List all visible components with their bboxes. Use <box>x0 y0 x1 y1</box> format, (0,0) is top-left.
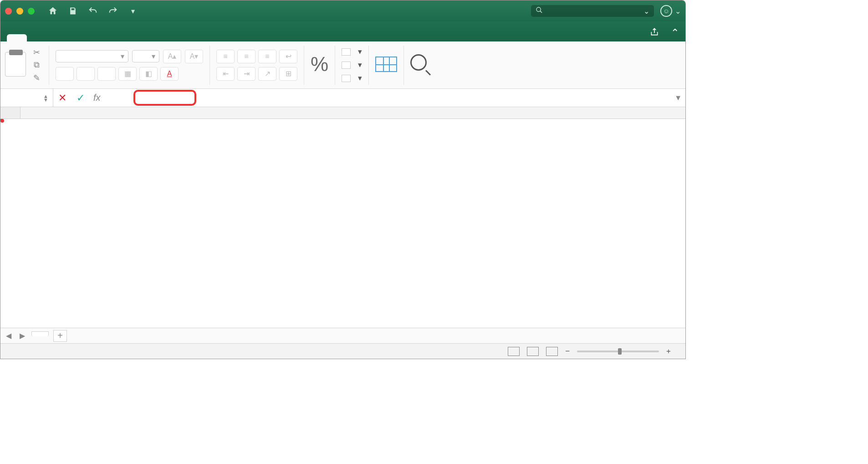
borders-icon[interactable]: ▦ <box>118 67 137 81</box>
grid-body[interactable] <box>0 119 685 328</box>
share-button[interactable] <box>650 27 663 39</box>
tab-home[interactable] <box>7 34 27 41</box>
increase-font-icon[interactable]: A▴ <box>163 50 181 63</box>
number-format-button[interactable]: % <box>311 54 328 76</box>
expand-formula-bar-icon[interactable]: ▼ <box>674 94 682 102</box>
collapse-ribbon-icon[interactable]: ⌃ <box>671 27 679 39</box>
page-layout-view-icon[interactable] <box>527 347 539 356</box>
format-painter-icon[interactable]: ✎ <box>31 73 42 83</box>
indent-increase-icon[interactable]: ⇥ <box>237 67 255 81</box>
fx-icon[interactable]: fx <box>90 93 104 103</box>
cells-button[interactable] <box>375 57 397 74</box>
font-name-select[interactable]: ▾ <box>56 50 128 62</box>
zoom-in-button[interactable]: + <box>666 347 671 356</box>
cancel-formula-icon[interactable]: ✕ <box>53 92 71 104</box>
tab-page-layout[interactable] <box>47 34 67 41</box>
copy-icon[interactable]: ⧉ <box>31 60 42 70</box>
cells-icon <box>375 57 397 72</box>
normal-view-icon[interactable] <box>508 347 520 356</box>
wrap-text-icon[interactable]: ↩ <box>279 50 297 63</box>
select-all-corner[interactable] <box>0 107 20 119</box>
next-sheet-icon[interactable]: ▶ <box>18 331 27 340</box>
home-icon[interactable] <box>47 5 58 16</box>
underline-button[interactable] <box>97 67 116 81</box>
tab-review[interactable] <box>107 34 127 41</box>
spinner-icon[interactable]: ▲▼ <box>43 94 48 102</box>
editing-button[interactable] <box>410 54 430 76</box>
annotation-highlight <box>133 90 196 106</box>
minimize-icon[interactable] <box>16 8 23 15</box>
chevron-down-icon: ⌄ <box>643 7 649 15</box>
share-icon <box>650 27 659 39</box>
zoom-slider[interactable] <box>577 351 659 352</box>
sheet-tab-bar: ◀ ▶ + <box>0 328 685 343</box>
customize-qat-icon[interactable]: ▾ <box>128 5 138 16</box>
font-color-icon[interactable]: A <box>160 67 179 81</box>
active-cell-border <box>0 119 2 121</box>
tab-insert[interactable] <box>27 34 47 41</box>
tab-view[interactable] <box>127 34 147 41</box>
title-bar: ▾ ⌄ ☺ ⌄ <box>0 0 685 21</box>
chevron-down-icon[interactable]: ⌄ <box>675 7 681 15</box>
search-input[interactable]: ⌄ <box>531 5 654 17</box>
orientation-icon[interactable]: ↗ <box>258 67 276 81</box>
svg-point-0 <box>536 7 541 11</box>
cut-icon[interactable]: ✂ <box>31 47 42 57</box>
tab-data[interactable] <box>87 34 107 41</box>
align-top-icon[interactable]: ≡ <box>216 50 235 63</box>
align-bottom-icon[interactable]: ≡ <box>258 50 276 63</box>
window-controls <box>5 8 35 15</box>
align-middle-icon[interactable]: ≡ <box>237 50 255 63</box>
undo-icon[interactable] <box>87 5 98 16</box>
zoom-out-button[interactable]: − <box>565 347 570 356</box>
merge-icon[interactable]: ⊞ <box>279 67 297 81</box>
italic-button[interactable] <box>77 67 95 81</box>
accept-formula-icon[interactable]: ✓ <box>71 92 90 104</box>
save-icon[interactable] <box>67 5 78 16</box>
sheet-tab[interactable] <box>31 331 49 336</box>
column-headers <box>0 107 685 119</box>
prev-sheet-icon[interactable]: ◀ <box>4 331 13 340</box>
quick-access-toolbar: ▾ <box>47 5 138 16</box>
percent-icon: % <box>311 54 328 74</box>
tab-formulas[interactable] <box>67 34 87 41</box>
styles-icon <box>342 75 351 82</box>
spreadsheet-grid <box>0 107 685 328</box>
name-box[interactable]: ▲▼ <box>0 89 53 107</box>
conditional-formatting-button[interactable]: ▾ <box>342 46 362 57</box>
search-icon <box>536 6 543 15</box>
feedback-icon[interactable]: ☺ <box>660 5 672 17</box>
clipboard-icon <box>5 52 26 77</box>
maximize-icon[interactable] <box>28 8 35 15</box>
indent-decrease-icon[interactable]: ⇤ <box>216 67 235 81</box>
fill-color-icon[interactable]: ◧ <box>139 67 158 81</box>
page-break-view-icon[interactable] <box>546 347 558 356</box>
paste-button[interactable] <box>5 52 26 78</box>
ribbon: ✂ ⧉ ✎ ▾ ▾ A▴ A▾ ▦ ◧ A ≡ <box>0 41 685 89</box>
annotation-highlight <box>0 119 4 123</box>
formula-bar: ▲▼ ✕ ✓ fx ▼ <box>0 89 685 107</box>
decrease-font-icon[interactable]: A▾ <box>185 50 203 63</box>
add-sheet-button[interactable]: + <box>53 330 67 342</box>
font-size-select[interactable]: ▾ <box>132 50 159 62</box>
status-bar: − + <box>0 343 685 359</box>
ribbon-tabs: ⌃ <box>0 21 685 41</box>
app-window: ▾ ⌄ ☺ ⌄ ⌃ ✂ <box>0 0 686 359</box>
bold-button[interactable] <box>56 67 74 81</box>
table-icon <box>342 62 351 69</box>
search-icon <box>410 54 430 74</box>
close-icon[interactable] <box>5 8 12 15</box>
cell-styles-button[interactable]: ▾ <box>342 72 362 84</box>
cond-format-icon <box>342 48 351 56</box>
format-as-table-button[interactable]: ▾ <box>342 59 362 71</box>
redo-icon[interactable] <box>107 5 118 16</box>
